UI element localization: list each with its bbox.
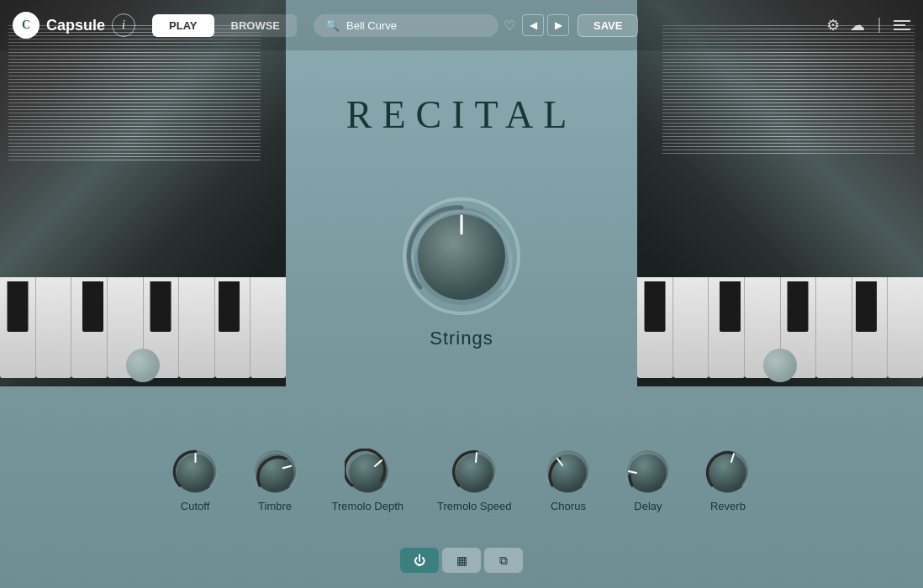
power-button[interactable]: ⏻ (400, 548, 439, 573)
power-icon: ⏻ (414, 554, 425, 567)
browse-button[interactable]: BROWSE (214, 14, 298, 37)
tremolo-depth-label: Tremolo Depth (332, 500, 404, 512)
delay-knob[interactable] (625, 449, 671, 495)
reverb-label: Reverb (710, 500, 746, 512)
search-value: Bell Curve (346, 19, 397, 32)
piano-image-left (0, 0, 286, 386)
sliders-icon: ⧉ (499, 554, 508, 568)
favorite-button[interactable]: ♡ (504, 18, 515, 34)
cutoff-label: Cutoff (181, 500, 209, 512)
timbre-label: Timbre (258, 500, 292, 512)
header: C Capsule i PLAY BROWSE 🔍 Bell Curve ♡ ◀… (0, 0, 923, 50)
logo-area: C Capsule (13, 12, 105, 39)
bottom-controls: Cutoff Timbre (0, 449, 923, 512)
search-icon: 🔍 (325, 18, 340, 33)
tremolo-speed-knob-group: Tremolo Speed (437, 449, 511, 512)
play-browse-toggle: PLAY BROWSE (152, 14, 297, 37)
chorus-knob-group: Chorus (545, 449, 591, 512)
next-arrow-button[interactable]: ▶ (547, 14, 569, 36)
reverb-knob-group: Reverb (704, 449, 751, 512)
prev-arrow-button[interactable]: ◀ (522, 14, 544, 36)
cloud-button[interactable]: ☁ (850, 16, 865, 34)
delay-knob-group: Delay (625, 449, 671, 512)
header-right: ⚙ ☁ (826, 16, 910, 34)
play-button[interactable]: PLAY (152, 14, 214, 37)
sliders-button[interactable]: ⧉ (484, 548, 523, 573)
reverb-knob[interactable] (704, 449, 751, 495)
bottom-toolbar: ⏻ ▦ ⧉ (400, 548, 523, 573)
logo-icon: C (13, 12, 40, 39)
cutoff-knob-group: Cutoff (172, 449, 219, 512)
svg-line-11 (476, 453, 477, 462)
pedal-right (763, 349, 797, 382)
piano-view-button[interactable]: ▦ (442, 548, 481, 573)
cutoff-knob[interactable] (172, 449, 219, 495)
menu-button[interactable] (894, 20, 910, 30)
piano-image-right (637, 0, 923, 386)
main-knob-area: Strings (398, 193, 525, 349)
volume-divider (878, 18, 880, 33)
tremolo-depth-knob-group: Tremolo Depth (332, 449, 404, 512)
tremolo-speed-knob[interactable] (451, 449, 498, 495)
nav-arrows: ◀ ▶ (522, 14, 569, 36)
search-area: 🔍 Bell Curve (314, 14, 498, 37)
settings-button[interactable]: ⚙ (826, 16, 840, 34)
chorus-knob[interactable] (545, 449, 591, 495)
timbre-knob-group: Timbre (252, 449, 298, 512)
logo-text: Capsule (46, 17, 105, 34)
save-button[interactable]: SAVE (578, 14, 638, 37)
chorus-label: Chorus (551, 500, 586, 512)
tremolo-depth-knob[interactable] (345, 449, 391, 495)
timbre-knob[interactable] (252, 449, 298, 495)
instrument-title: RECITAL (346, 92, 578, 137)
piano-grid-icon: ▦ (456, 554, 467, 567)
tremolo-speed-label: Tremolo Speed (437, 500, 511, 512)
main-knob[interactable] (398, 193, 525, 319)
pedal-left (126, 349, 160, 382)
info-button[interactable]: i (112, 13, 135, 37)
main-knob-label: Strings (430, 328, 493, 349)
delay-label: Delay (634, 500, 662, 512)
